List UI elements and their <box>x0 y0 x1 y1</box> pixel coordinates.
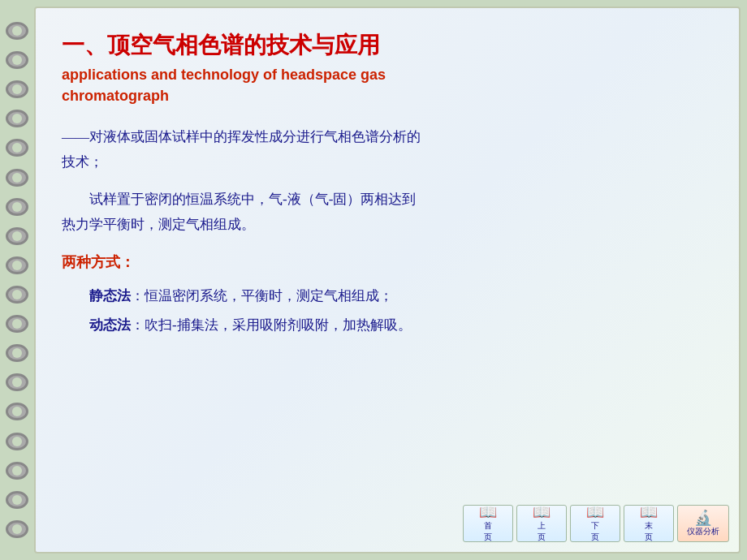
spiral-ring <box>6 462 28 480</box>
nav-last-label: 末页 <box>645 520 653 543</box>
title-english-line2: chromatograph <box>62 88 169 104</box>
nav-prev-label: 上页 <box>538 520 546 543</box>
spiral-ring <box>6 22 28 40</box>
sub-description: 试样置于密闭的恒温系统中，气-液（气-固）两相达到 热力学平衡时，测定气相组成。 <box>62 187 713 238</box>
spiral-ring <box>6 315 28 333</box>
spiral-ring <box>6 403 28 420</box>
method1-item: 静态法：恒温密闭系统，平衡时，测定气相组成； <box>62 283 713 309</box>
book-icon-last: 📖 <box>640 505 658 519</box>
nav-last-button[interactable]: 📖 末页 <box>624 505 674 542</box>
sub-desc-line1: 试样置于密闭的恒温系统中，气-液（气-固）两相达到 <box>89 192 416 207</box>
book-icon-next: 📖 <box>586 505 604 519</box>
spiral-ring <box>6 491 28 509</box>
outer-frame: 一、顶空气相色谱的技术与应用 applications and technolo… <box>0 0 747 560</box>
desc-line1: ——对液体或固体试样中的挥发性成分进行气相色谱分析的 <box>62 129 421 144</box>
method1-desc: 恒温密闭系统，平衡时，测定气相组成； <box>145 288 393 304</box>
spiral-ring <box>6 110 28 127</box>
nav-tools-label: 仪器分析 <box>687 526 719 537</box>
book-icon-first: 📖 <box>479 505 497 519</box>
main-content: 一、顶空气相色谱的技术与应用 applications and technolo… <box>34 6 741 554</box>
method1-name: 静态法 <box>89 288 131 304</box>
nav-first-label: 首页 <box>484 520 492 543</box>
nav-next-button[interactable]: 📖 下页 <box>570 505 620 542</box>
title-chinese: 一、顶空气相色谱的技术与应用 <box>62 31 713 60</box>
nav-bar: 📖 首页 📖 上页 📖 下页 📖 末页 <box>463 505 729 542</box>
content-body: ——对液体或固体试样中的挥发性成分进行气相色谱分析的 技术； 试样置于密闭的恒温… <box>62 124 713 542</box>
spiral-ring <box>6 433 28 450</box>
spiral-binding <box>0 0 34 560</box>
spiral-ring <box>6 51 28 69</box>
spiral-ring <box>6 373 28 391</box>
spiral-ring <box>6 286 28 304</box>
nav-tools-button[interactable]: 🔬 仪器分析 <box>677 505 729 542</box>
title-english-line1: applications and technology of headspace… <box>62 67 386 83</box>
spiral-ring <box>6 520 28 538</box>
nav-first-button[interactable]: 📖 首页 <box>463 505 513 542</box>
title-english: applications and technology of headspace… <box>62 65 713 106</box>
method2-name: 动态法 <box>89 317 131 333</box>
main-description: ——对液体或固体试样中的挥发性成分进行气相色谱分析的 技术； <box>62 124 713 175</box>
desc-line2: 技术； <box>62 154 103 170</box>
spiral-ring <box>6 169 28 187</box>
method2-desc: 吹扫-捕集法，采用吸附剂吸附，加热解吸。 <box>145 317 412 333</box>
spiral-ring <box>6 227 28 245</box>
tools-icon: 🔬 <box>694 510 712 525</box>
spiral-ring <box>6 344 28 362</box>
method2-item: 动态法：吹扫-捕集法，采用吸附剂吸附，加热解吸。 <box>62 312 713 338</box>
spiral-ring <box>6 80 28 98</box>
nav-prev-button[interactable]: 📖 上页 <box>516 505 567 542</box>
spiral-ring <box>6 139 28 157</box>
nav-next-label: 下页 <box>591 520 599 543</box>
two-methods-label: 两种方式： <box>62 249 713 275</box>
sub-desc-line2: 热力学平衡时，测定气相组成。 <box>62 217 255 232</box>
book-icon-prev: 📖 <box>533 505 551 519</box>
spiral-ring <box>6 256 28 274</box>
spiral-ring <box>6 198 28 216</box>
